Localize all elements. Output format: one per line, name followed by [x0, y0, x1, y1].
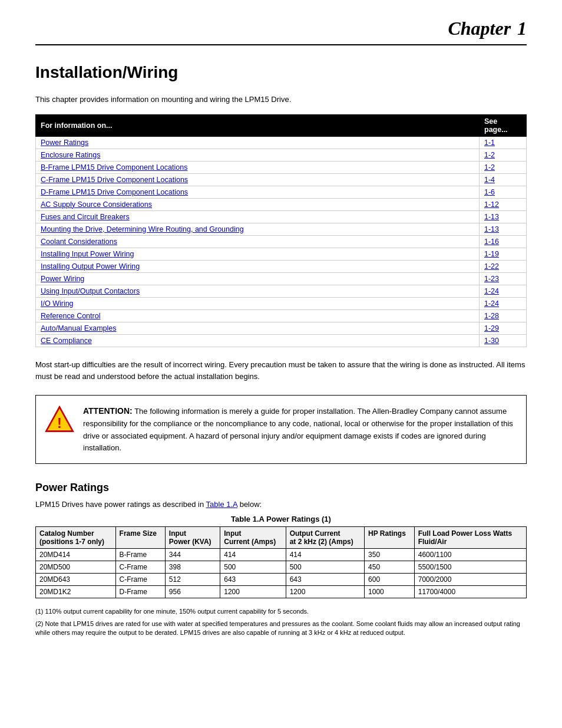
- toc-topic: Installing Input Power Wiring: [36, 248, 480, 260]
- toc-page-link[interactable]: 1-19: [484, 250, 499, 258]
- toc-table: For information on... See page... Power …: [35, 114, 527, 347]
- toc-topic: Reference Control: [36, 309, 480, 322]
- table-cell: 450: [365, 561, 415, 574]
- svg-text:!: !: [57, 416, 62, 431]
- intro-text: This chapter provides information on mou…: [35, 94, 527, 106]
- toc-link[interactable]: Using Input/Output Contactors: [41, 287, 140, 295]
- toc-page-link[interactable]: 1-16: [484, 238, 499, 246]
- page-title: Installation/Wiring: [35, 63, 527, 82]
- toc-topic: Installing Output Power Wiring: [36, 260, 480, 272]
- table-col-header: Output Currentat 2 kHz (2) (Amps): [286, 527, 364, 549]
- toc-page-link[interactable]: 1-23: [484, 275, 499, 283]
- toc-row: Installing Output Power Wiring1-22: [36, 260, 527, 272]
- toc-page: 1-2: [480, 161, 527, 173]
- toc-page: 1-13: [480, 210, 527, 223]
- toc-link[interactable]: I/O Wiring: [41, 299, 74, 308]
- toc-page: 1-22: [480, 260, 527, 272]
- toc-page: 1-24: [480, 297, 527, 309]
- toc-topic: Enclosure Ratings: [36, 149, 480, 161]
- toc-link[interactable]: Enclosure Ratings: [41, 151, 100, 159]
- toc-page-link[interactable]: 1-2: [484, 163, 495, 172]
- toc-page-link[interactable]: 1-1: [484, 139, 495, 147]
- toc-link[interactable]: Power Wiring: [41, 275, 84, 283]
- table-row: 20MD643C-Frame5126436436007000/2000: [36, 574, 527, 586]
- toc-row: Power Wiring1-23: [36, 272, 527, 285]
- table-cell: 20MD414: [36, 549, 116, 561]
- toc-link[interactable]: CE Compliance: [41, 337, 92, 345]
- toc-row: Mounting the Drive, Determining Wire Rou…: [36, 223, 527, 235]
- table-cell: 350: [365, 549, 415, 561]
- toc-link[interactable]: Installing Input Power Wiring: [41, 250, 134, 258]
- toc-page-link[interactable]: 1-6: [484, 188, 495, 196]
- toc-page-link[interactable]: 1-4: [484, 176, 495, 184]
- toc-topic: C-Frame LPM15 Drive Component Locations: [36, 173, 480, 186]
- toc-page-link[interactable]: 1-2: [484, 151, 495, 159]
- toc-topic: Mounting the Drive, Determining Wire Rou…: [36, 223, 480, 235]
- table-cell: 20MD1K2: [36, 586, 116, 598]
- toc-link[interactable]: Coolant Considerations: [41, 238, 117, 246]
- toc-row: D-Frame LPM15 Drive Component Locations1…: [36, 186, 527, 198]
- toc-page: 1-13: [480, 223, 527, 235]
- toc-page: 1-4: [480, 173, 527, 186]
- table-row: 20MD414B-Frame3444144143504600/1100: [36, 549, 527, 561]
- toc-page: 1-30: [480, 334, 527, 347]
- toc-page-link[interactable]: 1-13: [484, 213, 499, 221]
- toc-page: 1-29: [480, 322, 527, 334]
- body-text: Most start-up difficulties are the resul…: [35, 359, 527, 384]
- table-col-header: HP Ratings: [365, 527, 415, 549]
- toc-link[interactable]: B-Frame LPM15 Drive Component Locations: [41, 163, 187, 172]
- toc-header-page: See page...: [480, 114, 527, 136]
- toc-link[interactable]: D-Frame LPM15 Drive Component Locations: [41, 188, 188, 196]
- toc-link[interactable]: Reference Control: [41, 312, 100, 320]
- toc-page-link[interactable]: 1-12: [484, 200, 499, 209]
- page: Chapter 1 Installation/Wiring This chapt…: [0, 0, 562, 728]
- table-link[interactable]: Table 1.A: [206, 500, 238, 509]
- table-cell: 20MD643: [36, 574, 116, 586]
- table-cell: 500: [286, 561, 364, 574]
- toc-link[interactable]: Mounting the Drive, Determining Wire Rou…: [41, 225, 244, 233]
- toc-topic: Auto/Manual Examples: [36, 322, 480, 334]
- toc-row: B-Frame LPM15 Drive Component Locations1…: [36, 161, 527, 173]
- table-caption: Table 1.A Power Ratings (1): [35, 515, 527, 523]
- table-row: 20MD500C-Frame3985005004505500/1500: [36, 561, 527, 574]
- section-heading-power-ratings: Power Ratings: [35, 482, 527, 494]
- toc-page-link[interactable]: 1-13: [484, 225, 499, 233]
- toc-link[interactable]: Fuses and Circuit Breakers: [41, 213, 130, 221]
- table-col-header: InputPower (KVA): [165, 527, 220, 549]
- toc-link[interactable]: Installing Output Power Wiring: [41, 262, 140, 271]
- toc-row: Reference Control1-28: [36, 309, 527, 322]
- toc-link[interactable]: AC Supply Source Considerations: [41, 200, 152, 209]
- attention-box: ! ATTENTION: The following information i…: [35, 395, 527, 464]
- toc-page-link[interactable]: 1-30: [484, 337, 499, 345]
- toc-page: 1-1: [480, 136, 527, 149]
- table-cell: C-Frame: [115, 561, 165, 574]
- toc-page: 1-2: [480, 149, 527, 161]
- toc-topic: Power Wiring: [36, 272, 480, 285]
- toc-link[interactable]: C-Frame LPM15 Drive Component Locations: [41, 176, 188, 184]
- toc-row: Installing Input Power Wiring1-19: [36, 248, 527, 260]
- toc-page-link[interactable]: 1-29: [484, 324, 499, 332]
- toc-row: Auto/Manual Examples1-29: [36, 322, 527, 334]
- toc-page-link[interactable]: 1-24: [484, 287, 499, 295]
- table-cell: 956: [165, 586, 220, 598]
- table-col-header: Full Load Power Loss WattsFluid/Air: [414, 527, 526, 549]
- table-cell: 4600/1100: [414, 549, 526, 561]
- toc-row: I/O Wiring1-24: [36, 297, 527, 309]
- toc-topic: CE Compliance: [36, 334, 480, 347]
- toc-page-link[interactable]: 1-22: [484, 262, 499, 271]
- toc-header-topic: For information on...: [36, 114, 480, 136]
- toc-row: Enclosure Ratings1-2: [36, 149, 527, 161]
- table-cell: 1200: [286, 586, 364, 598]
- toc-topic: Fuses and Circuit Breakers: [36, 210, 480, 223]
- toc-link[interactable]: Auto/Manual Examples: [41, 324, 117, 332]
- toc-row: AC Supply Source Considerations1-12: [36, 198, 527, 210]
- toc-row: Coolant Considerations1-16: [36, 235, 527, 248]
- toc-topic: I/O Wiring: [36, 297, 480, 309]
- toc-link[interactable]: Power Ratings: [41, 139, 88, 147]
- toc-page-link[interactable]: 1-28: [484, 312, 499, 320]
- toc-topic: D-Frame LPM15 Drive Component Locations: [36, 186, 480, 198]
- toc-row: CE Compliance1-30: [36, 334, 527, 347]
- toc-page-link[interactable]: 1-24: [484, 299, 499, 308]
- attention-label: ATTENTION:: [83, 406, 133, 416]
- toc-page: 1-24: [480, 285, 527, 297]
